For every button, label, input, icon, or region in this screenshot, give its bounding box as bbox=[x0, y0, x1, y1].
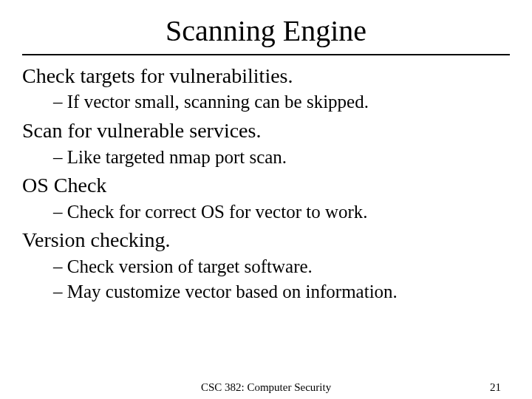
main-item: Version checking. bbox=[22, 227, 510, 253]
main-item: OS Check bbox=[22, 172, 510, 199]
sub-item: – Like targeted nmap port scan. bbox=[22, 145, 510, 170]
content-block: Check targets for vulnerabilities. – If … bbox=[22, 63, 510, 304]
main-item: Check targets for vulnerabilities. bbox=[22, 63, 510, 89]
sub-item: – Check for correct OS for vector to wor… bbox=[22, 200, 510, 225]
title-divider bbox=[22, 54, 510, 55]
footer-page-number: 21 bbox=[490, 381, 501, 394]
main-item: Scan for vulnerable services. bbox=[22, 117, 510, 144]
sub-item: – If vector small, scanning can be skipp… bbox=[22, 89, 510, 115]
slide-title: Scanning Engine bbox=[22, 13, 510, 48]
sub-item: – Check version of target software. bbox=[22, 254, 510, 279]
footer-course: CSC 382: Computer Security bbox=[201, 381, 331, 394]
sub-item: – May customize vector based on informat… bbox=[22, 279, 510, 304]
